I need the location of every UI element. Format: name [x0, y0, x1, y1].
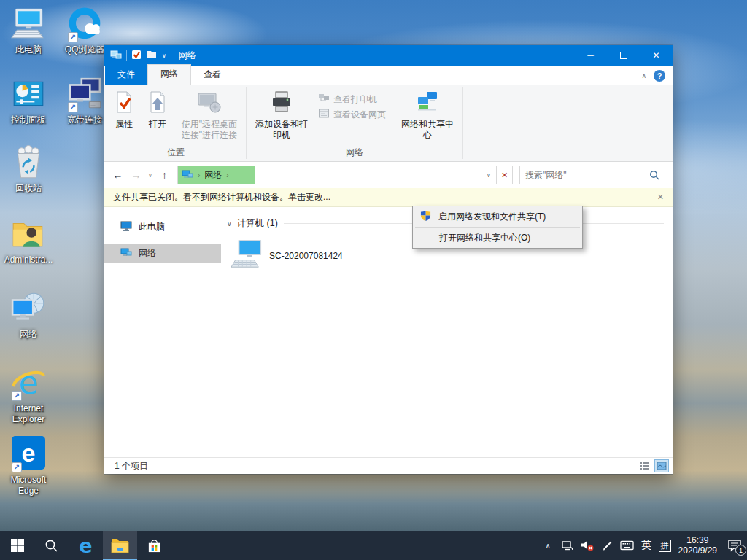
notification-count-badge: 1 [735, 545, 746, 556]
touch-keyboard-icon[interactable] [617, 531, 637, 560]
qat-new-folder-icon[interactable] [147, 50, 157, 62]
notification-close-icon[interactable]: ✕ [657, 192, 664, 202]
search-icon [649, 170, 659, 180]
ribbon: 属性 打开 使用"远程桌面连接"进行连接 位置 [104, 85, 673, 162]
collapse-group-icon[interactable]: ∨ [227, 220, 232, 228]
view-printers-icon [318, 93, 330, 106]
shortcut-arrow-icon: ↗ [68, 32, 78, 42]
sharing-options-menu: 启用网络发现和文件共享(T) 打开网络和共享中心(O) [412, 206, 583, 249]
stop-refresh-button[interactable]: ✕ [497, 166, 513, 184]
search-input[interactable]: 搜索"网络" [519, 166, 665, 184]
item-count: 1 个项目 [115, 460, 148, 472]
network-sharing-center-icon [416, 90, 439, 119]
menu-item-enable-discovery[interactable]: 启用网络发现和文件共享(T) [414, 207, 581, 226]
desktop-icon-admin-folder[interactable]: Administra... [0, 216, 57, 265]
desktop-icon-microsoft-edge[interactable]: e ↗ Microsoft Edge [0, 436, 57, 497]
taskbar: e ∧ 英 拼 16:39 2020/9/2 [0, 531, 747, 560]
back-button[interactable]: ← [109, 169, 127, 181]
ime-mode-indicator[interactable]: 拼 [659, 540, 671, 552]
sidebar-item-network[interactable]: 网络 [104, 244, 221, 263]
up-button[interactable]: ↑ [155, 169, 174, 181]
open-button[interactable]: 打开 [141, 88, 174, 130]
notification-text[interactable]: 文件共享已关闭。看不到网络计算机和设备。单击更改... [113, 191, 330, 203]
remote-desktop-button: 使用"远程桌面连接"进行连接 [174, 88, 244, 141]
desktop-wallpaper: 此电脑 ↗ QQ浏览器 控制面板 ↗ 宽带连接 回收站 Administra..… [0, 0, 747, 560]
large-icons-view-icon[interactable] [655, 460, 668, 472]
qat-properties-icon[interactable] [131, 50, 142, 62]
volume-muted-icon[interactable] [578, 531, 597, 560]
divider [462, 87, 463, 159]
close-button[interactable]: ✕ [640, 45, 673, 66]
computer-name: SC-202007081424 [269, 251, 343, 261]
properties-button[interactable]: 属性 [107, 88, 141, 130]
view-device-webpage-button: 查看设备网页 [318, 108, 386, 121]
clock-time: 16:39 [678, 535, 717, 545]
desktop-icon-control-panel[interactable]: 控制面板 [0, 76, 57, 125]
recent-locations-icon[interactable]: ∨ [145, 172, 155, 179]
desktop-icon-recycle-bin[interactable]: 回收站 [0, 144, 57, 194]
taskbar-search-button[interactable] [34, 531, 69, 560]
network-crumb-icon[interactable] [182, 169, 193, 182]
breadcrumb-network[interactable]: 网络 [204, 169, 222, 182]
taskbar-explorer-button[interactable] [103, 531, 137, 560]
show-hidden-icons-button[interactable]: ∧ [538, 531, 558, 560]
remote-desktop-icon [197, 90, 222, 119]
action-center-button[interactable]: 1 [722, 531, 747, 560]
shortcut-arrow-icon: ↗ [68, 102, 78, 112]
menu-separator [415, 227, 580, 228]
network-sharing-center-button[interactable]: 网络和共享中心 [394, 88, 461, 141]
taskbar-edge-button[interactable]: e [69, 531, 103, 560]
help-icon[interactable]: ? [654, 70, 665, 82]
menu-item-open-sharing-center[interactable]: 打开网络和共享中心(O) [414, 228, 581, 247]
add-devices-printers-button[interactable]: 添加设备和打印机 [248, 88, 315, 141]
desktop-icon-network[interactable]: 网络 [0, 290, 57, 340]
navigation-pane: 此电脑 网络 [104, 207, 221, 457]
clock-date: 2020/9/29 [678, 545, 717, 556]
ime-language-indicator[interactable]: 英 [637, 531, 657, 560]
collapse-ribbon-icon[interactable]: ∧ [641, 72, 646, 79]
desktop-icon-label: 此电脑 [0, 44, 57, 55]
minimize-button[interactable]: ─ [574, 45, 607, 66]
tab-network[interactable]: 网络 [147, 64, 191, 85]
sidebar-item-this-pc[interactable]: 此电脑 [104, 217, 221, 237]
desktop-icon-label: 网络 [0, 329, 57, 340]
view-printers-button: 查看打印机 [318, 93, 386, 106]
tab-file[interactable]: 文件 [105, 66, 147, 85]
status-bar: 1 个项目 [104, 457, 673, 474]
address-toolbar: ← → ∨ ↑ › 网络 › ∨ ✕ 搜索"网络" [104, 162, 673, 188]
user-folder-icon [10, 216, 47, 252]
pen-tray-icon[interactable] [597, 531, 617, 560]
webpage-icon [318, 108, 330, 122]
computer-item[interactable]: SC-202007081424 [227, 237, 402, 274]
window-titlebar[interactable]: ∨ 网络 ─ ✕ [104, 45, 673, 66]
details-view-icon[interactable] [638, 460, 651, 472]
window-title: 网络 [179, 50, 196, 62]
network-tray-icon[interactable] [558, 531, 578, 560]
tab-view[interactable]: 查看 [191, 66, 233, 85]
this-pc-icon [10, 6, 47, 42]
maximize-button[interactable] [607, 45, 640, 66]
explorer-window: ∨ 网络 ─ ✕ 文件 网络 查看 ∧ ? [104, 45, 673, 474]
start-button[interactable] [0, 531, 34, 560]
desktop-icon-label: 回收站 [0, 183, 57, 194]
printer-icon [270, 90, 293, 119]
taskbar-store-button[interactable] [137, 531, 171, 560]
divider [246, 87, 247, 159]
address-dropdown-icon[interactable]: ∨ [481, 172, 496, 179]
address-bar[interactable]: › 网络 › ∨ [177, 166, 497, 184]
desktop-icon-internet-explorer[interactable]: e ↗ Internet Explorer [0, 365, 57, 425]
control-panel-icon [10, 76, 47, 112]
network-app-icon [110, 50, 122, 61]
desktop-icon-label: Internet Explorer [0, 403, 57, 425]
computer-icon [230, 238, 263, 273]
uac-shield-icon [420, 210, 431, 224]
taskbar-clock[interactable]: 16:39 2020/9/29 [673, 535, 722, 556]
notification-bar[interactable]: 文件共享已关闭。看不到网络计算机和设备。单击更改... ✕ [104, 188, 673, 207]
maximize-icon [620, 52, 627, 59]
file-explorer-icon [111, 538, 129, 553]
desktop-icon-this-pc[interactable]: 此电脑 [0, 6, 57, 55]
desktop-icon-label: 控制面板 [0, 114, 57, 125]
breadcrumb-separator[interactable]: › [226, 171, 228, 179]
qat-customize-icon[interactable]: ∨ [162, 52, 166, 59]
system-tray: ∧ 英 拼 16:39 2020/9/29 1 [538, 531, 747, 560]
